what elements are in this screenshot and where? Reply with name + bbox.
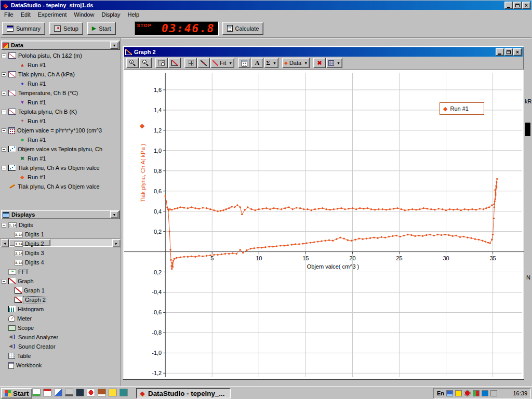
- display-item-graph[interactable]: Graph: [0, 276, 120, 286]
- keyboard-layout-indicator[interactable]: En: [437, 390, 444, 396]
- fit-menu-button[interactable]: Fit▼: [210, 58, 234, 68]
- collapse-toggle[interactable]: [2, 110, 6, 114]
- collapse-toggle[interactable]: [2, 166, 6, 170]
- data-item[interactable]: Tlak plynu, Ch A (kPa): [0, 70, 120, 79]
- data-item[interactable]: Tlak plynu, Ch A vs Objem valce: [0, 182, 120, 191]
- start-button[interactable]: ▶ Start: [87, 22, 116, 35]
- run-item[interactable]: +Run #1: [0, 116, 120, 126]
- collapse-toggle[interactable]: [2, 279, 6, 284]
- quicklaunch-icon[interactable]: [54, 389, 62, 396]
- scale-to-fit-icon: [171, 60, 178, 66]
- remove-data-button[interactable]: ✖: [313, 58, 326, 68]
- display-item-table[interactable]: Table: [0, 351, 120, 361]
- quicklaunch-icon[interactable]: [98, 389, 106, 396]
- summary-label: Summary: [16, 25, 41, 32]
- setup-button[interactable]: Setup: [49, 22, 83, 35]
- display-item-graph-1[interactable]: Graph 1: [0, 286, 120, 295]
- display-item-digits-3[interactable]: Digits 3: [0, 248, 120, 258]
- collapse-toggle[interactable]: [2, 91, 6, 96]
- graph-plot-area[interactable]: 51015202530351,61,41,21,00,80,60,40,2-0,…: [124, 70, 524, 379]
- run-item[interactable]: ●Run #1: [0, 79, 120, 88]
- display-item-digits[interactable]: Digits: [0, 220, 120, 230]
- taskbar-app-button[interactable]: ◆ DataStudio - tepelny_...: [136, 388, 231, 398]
- menu-experiment[interactable]: Experiment: [34, 10, 71, 19]
- quicklaunch-icon[interactable]: [43, 389, 51, 396]
- collapse-toggle[interactable]: [2, 223, 6, 228]
- collapse-toggle[interactable]: [2, 128, 6, 133]
- run-item[interactable]: ◆Run #1: [0, 172, 120, 182]
- slope-tool-button[interactable]: [197, 58, 210, 68]
- quicklaunch-icon[interactable]: [76, 389, 84, 396]
- display-item-digits-4[interactable]: Digits 4: [0, 258, 120, 267]
- menu-display[interactable]: Display: [98, 10, 124, 19]
- zoom-select-button[interactable]: [155, 58, 168, 68]
- menu-window[interactable]: Window: [70, 10, 98, 19]
- data-item[interactable]: Teplota plynu, Ch B (K): [0, 107, 120, 116]
- graph-minimize-button[interactable]: [496, 48, 504, 56]
- scale-to-fit-button[interactable]: [168, 58, 181, 68]
- display-item-histogram[interactable]: Histogram: [0, 304, 120, 314]
- graph-window-titlebar[interactable]: Graph 2 ×: [124, 47, 523, 57]
- calculate-button[interactable]: Calculate: [222, 22, 264, 35]
- run-item[interactable]: ▼Run #1: [0, 98, 120, 107]
- quicklaunch-icon[interactable]: [87, 389, 95, 396]
- data-item[interactable]: Temperature, Ch B (°C): [0, 88, 120, 98]
- quicklaunch-icon[interactable]: [65, 389, 73, 396]
- zoom-in-button[interactable]: +: [126, 58, 139, 68]
- quicklaunch-icon[interactable]: [32, 389, 41, 396]
- display-item-graph-2[interactable]: Graph 2: [0, 295, 120, 304]
- app-titlebar[interactable]: ◆ DataStudio - tepelny_stroj1.ds ×: [1, 1, 531, 10]
- digits-icon: [8, 222, 17, 228]
- run-item[interactable]: ✖Run #1: [0, 154, 120, 163]
- tray-icon[interactable]: [482, 390, 488, 396]
- graph-settings-button[interactable]: ▼: [326, 58, 342, 68]
- graph-close-button[interactable]: ×: [513, 48, 522, 56]
- summary-button[interactable]: Summary: [2, 22, 45, 35]
- run-item[interactable]: ▲Run #1: [0, 60, 120, 70]
- zoom-out-button[interactable]: -: [139, 58, 152, 68]
- tray-icon[interactable]: [446, 390, 453, 396]
- tray-icon[interactable]: [490, 390, 497, 396]
- menu-help[interactable]: Help: [124, 10, 143, 19]
- quicklaunch-icon[interactable]: [109, 389, 117, 396]
- data-item[interactable]: Objem valce = pi*r*r*y*100 (cm^3: [0, 126, 120, 135]
- start-menu-button[interactable]: Start: [1, 388, 32, 398]
- display-item-fft[interactable]: FFT: [0, 267, 120, 276]
- data-item[interactable]: Tlak plynu, Ch A vs Objem valce: [0, 163, 120, 172]
- displays-panel-menu-button[interactable]: ▼: [110, 211, 118, 218]
- menu-edit[interactable]: Edit: [17, 10, 34, 19]
- graph-plot-canvas[interactable]: 51015202530351,61,41,21,00,80,60,40,2-0,…: [124, 70, 524, 379]
- graph-restore-button[interactable]: [504, 48, 513, 56]
- collapse-toggle[interactable]: [2, 147, 6, 152]
- display-item-digits-1[interactable]: Digits 1: [0, 230, 120, 239]
- menu-file[interactable]: File: [1, 10, 17, 19]
- display-item-meter[interactable]: Meter: [0, 314, 120, 323]
- data-item[interactable]: Poloha pistu, Ch 1&2 (m): [0, 51, 120, 60]
- close-button[interactable]: ×: [522, 2, 530, 9]
- collapse-toggle[interactable]: [2, 72, 6, 77]
- display-item-workbook[interactable]: Workbook: [0, 361, 120, 370]
- display-item-scope[interactable]: Scope: [0, 323, 120, 332]
- maximize-button[interactable]: [513, 2, 522, 9]
- diamond-icon: ◆: [284, 60, 288, 65]
- tray-icon[interactable]: [455, 390, 462, 396]
- text-annotation-button[interactable]: A: [251, 58, 263, 68]
- display-item-sound-creator[interactable]: Sound Creator: [0, 342, 120, 351]
- quicklaunch-icon[interactable]: [119, 389, 128, 396]
- tray-icon[interactable]: [464, 390, 471, 396]
- statistics-button[interactable]: Σ▼: [264, 58, 278, 68]
- display-item-digits-2[interactable]: Digits 2: [0, 239, 120, 248]
- graph-legend[interactable]: ◆ Run #1: [440, 102, 484, 115]
- data-panel-menu-button[interactable]: ▼: [110, 42, 118, 49]
- display-item-sound-analyzer[interactable]: Sound Analyzer: [0, 332, 120, 342]
- display-item-label: Table: [17, 353, 31, 359]
- tray-icon[interactable]: [473, 390, 480, 396]
- collapse-toggle[interactable]: [2, 54, 6, 58]
- minimize-button[interactable]: [504, 2, 513, 9]
- data-item[interactable]: Objem valce vs Teplota plynu, Ch: [0, 144, 120, 154]
- data-menu-button[interactable]: ◆Data▼: [282, 58, 310, 68]
- smart-tool-button[interactable]: [184, 58, 197, 68]
- run-item[interactable]: ■Run #1: [0, 135, 120, 144]
- run-item-label: Run #1: [28, 118, 46, 124]
- calculate-tool-button[interactable]: [238, 58, 250, 68]
